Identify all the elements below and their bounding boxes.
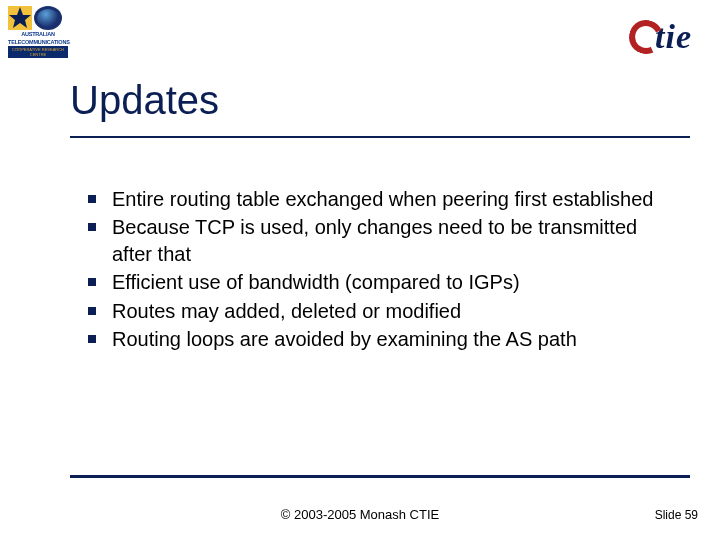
footer-copyright: © 2003-2005 Monash CTIE xyxy=(0,507,720,522)
list-item: Because TCP is used, only changes need t… xyxy=(88,214,670,267)
slide-title: Updates xyxy=(70,78,219,123)
footer-slide-number: Slide 59 xyxy=(655,508,698,522)
slide: AUSTRALIAN TELECOMMUNICATIONS COOPERATIV… xyxy=(0,0,720,540)
list-item: Efficient use of bandwidth (compared to … xyxy=(88,269,670,295)
svg-marker-0 xyxy=(9,7,31,28)
list-item: Routes may added, deleted or modified xyxy=(88,298,670,324)
divider-top xyxy=(70,136,690,138)
org-logo-left-graphic xyxy=(8,6,68,30)
org-logo-right: tie xyxy=(629,18,692,56)
list-item: Entire routing table exchanged when peer… xyxy=(88,186,670,212)
list-item: Routing loops are avoided by examining t… xyxy=(88,326,670,352)
globe-icon xyxy=(34,6,62,30)
org-logo-left: AUSTRALIAN TELECOMMUNICATIONS COOPERATIV… xyxy=(8,6,68,58)
org-logo-left-sub: COOPERATIVE RESEARCH CENTRE xyxy=(8,46,68,58)
divider-bottom xyxy=(70,475,690,478)
org-logo-left-line1: AUSTRALIAN xyxy=(8,32,68,38)
star-icon xyxy=(8,6,32,30)
bullet-list: Entire routing table exchanged when peer… xyxy=(88,186,670,354)
org-logo-left-line2: TELECOMMUNICATIONS xyxy=(8,40,68,46)
